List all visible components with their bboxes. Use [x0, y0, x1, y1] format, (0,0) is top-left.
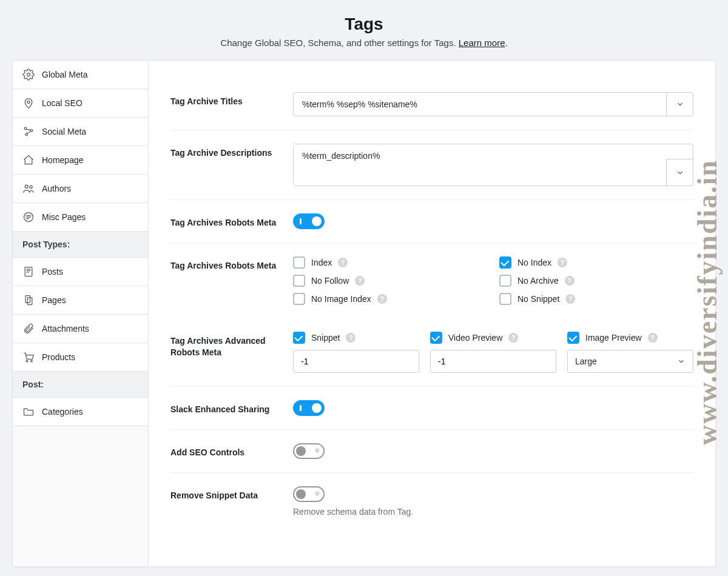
- folder-icon: [22, 406, 35, 418]
- robots-meta-options: Index? No Index? No Follow? No Archive? …: [293, 256, 693, 305]
- sidebar-item-attachments[interactable]: Attachments: [13, 315, 148, 343]
- checkbox-no-archive[interactable]: No Archive?: [499, 275, 693, 287]
- archive-titles-variables-button[interactable]: [666, 93, 693, 116]
- archive-desc-variables-button[interactable]: [666, 159, 693, 186]
- page-subtitle: Change Global SEO, Schema, and other set…: [0, 38, 728, 48]
- users-icon: [22, 183, 35, 195]
- home-icon: [22, 154, 35, 166]
- checkbox-image-preview[interactable]: Image Preview?: [567, 332, 693, 344]
- help-icon[interactable]: ?: [558, 258, 567, 267]
- adv-col-video: Video Preview?: [430, 332, 556, 373]
- label-slack-sharing: Slack Enhanced Sharing: [170, 400, 293, 415]
- checkbox-icon: [499, 256, 511, 269]
- field-robots-meta: Tag Archives Robots Meta Index? No Index…: [170, 243, 693, 318]
- checkbox-icon: [293, 256, 305, 269]
- archive-descriptions-input[interactable]: [294, 144, 666, 186]
- sidebar-item-categories[interactable]: Categories: [13, 398, 148, 426]
- checkbox-no-image-index[interactable]: No Image Index?: [293, 293, 487, 305]
- checkbox-icon: [293, 275, 305, 287]
- svg-point-12: [31, 360, 33, 362]
- video-preview-value-input[interactable]: [430, 350, 556, 373]
- svg-point-2: [24, 127, 27, 130]
- sidebar-item-label: Local SEO: [42, 98, 83, 108]
- label-archive-titles: Tag Archive Titles: [170, 92, 293, 107]
- learn-more-link[interactable]: Learn more: [459, 38, 505, 48]
- share-icon: [22, 126, 35, 138]
- checkbox-video-preview[interactable]: Video Preview?: [430, 332, 556, 344]
- sidebar-item-misc-pages[interactable]: Misc Pages: [13, 203, 148, 232]
- toggle-robots-meta[interactable]: [293, 213, 325, 229]
- checkbox-snippet[interactable]: Snippet?: [293, 332, 419, 344]
- help-icon[interactable]: ?: [565, 276, 575, 286]
- svg-point-1: [27, 101, 30, 103]
- toggle-seo-controls[interactable]: [293, 443, 325, 459]
- sidebar-item-posts[interactable]: Posts: [13, 258, 148, 286]
- svg-point-4: [25, 133, 28, 136]
- toggle-slack-sharing[interactable]: [293, 400, 325, 416]
- sidebar-item-label: Global Meta: [42, 70, 87, 79]
- gear-icon: [22, 69, 35, 81]
- field-robots-toggle: Tag Archives Robots Meta: [170, 200, 693, 243]
- label-advanced-robots: Tag Archives Advanced Robots Meta: [170, 332, 293, 358]
- sidebar-item-label: Attachments: [42, 324, 89, 333]
- help-icon[interactable]: ?: [338, 258, 348, 267]
- help-icon[interactable]: ?: [346, 333, 356, 343]
- checkbox-no-snippet[interactable]: No Snippet?: [499, 293, 693, 305]
- lines-icon: [22, 211, 35, 223]
- checkbox-no-follow[interactable]: No Follow?: [293, 275, 487, 287]
- post-icon: [22, 266, 35, 278]
- checkbox-index[interactable]: Index?: [293, 256, 487, 269]
- page-title: Tags: [0, 15, 728, 34]
- sidebar-item-global-meta[interactable]: Global Meta: [13, 61, 148, 89]
- svg-point-0: [27, 73, 30, 76]
- label-robots-toggle: Tag Archives Robots Meta: [170, 213, 293, 229]
- toggle-remove-snippet[interactable]: [293, 486, 325, 502]
- checkbox-icon: [567, 332, 579, 344]
- sidebar-item-label: Misc Pages: [42, 212, 86, 222]
- snippet-value-input[interactable]: [293, 350, 419, 373]
- help-icon[interactable]: ?: [648, 333, 658, 343]
- label-seo-controls: Add SEO Controls: [170, 443, 293, 458]
- label-remove-snippet: Remove Snippet Data: [170, 486, 293, 501]
- cart-icon: [22, 351, 35, 363]
- svg-point-11: [26, 360, 28, 362]
- input-archive-titles[interactable]: [293, 92, 693, 116]
- chevron-down-icon: [676, 169, 684, 177]
- help-icon[interactable]: ?: [565, 294, 575, 304]
- label-robots-meta: Tag Archives Robots Meta: [170, 256, 293, 272]
- sidebar-item-social-meta[interactable]: Social Meta: [13, 118, 148, 146]
- sidebar-item-products[interactable]: Products: [13, 343, 148, 372]
- chevron-down-icon: [676, 100, 684, 109]
- content-panel: Tag Archive Titles Tag Archive Descripti…: [149, 61, 715, 566]
- svg-rect-8: [25, 267, 32, 276]
- sidebar-item-homepage[interactable]: Homepage: [13, 146, 148, 175]
- checkbox-icon: [430, 332, 442, 344]
- sidebar-item-label: Products: [42, 352, 75, 362]
- field-advanced-robots: Tag Archives Advanced Robots Meta Snippe…: [170, 318, 693, 387]
- clip-icon: [22, 323, 35, 335]
- label-archive-descriptions: Tag Archive Descriptions: [170, 144, 293, 159]
- sidebar-item-pages[interactable]: Pages: [13, 286, 148, 315]
- help-icon[interactable]: ?: [355, 276, 365, 286]
- sidebar-item-label: Pages: [42, 295, 66, 305]
- page-header: Tags Change Global SEO, Schema, and othe…: [0, 0, 728, 60]
- help-icon[interactable]: ?: [377, 294, 387, 304]
- field-archive-descriptions: Tag Archive Descriptions: [170, 130, 693, 200]
- remove-snippet-help: Remove schema data from Tag.: [293, 507, 693, 517]
- chevron-down-icon: [677, 357, 686, 366]
- checkbox-icon: [293, 332, 305, 344]
- sidebar-item-label: Authors: [42, 184, 71, 193]
- sidebar-item-local-seo[interactable]: Local SEO: [13, 89, 148, 118]
- checkbox-no-index[interactable]: No Index?: [499, 256, 693, 269]
- sidebar: Global Meta Local SEO Social Meta Homepa…: [13, 61, 149, 566]
- svg-point-5: [25, 185, 28, 188]
- field-slack-sharing: Slack Enhanced Sharing: [170, 387, 693, 430]
- sidebar-item-authors[interactable]: Authors: [13, 175, 148, 203]
- help-icon[interactable]: ?: [508, 333, 518, 343]
- svg-point-6: [30, 186, 32, 188]
- field-remove-snippet: Remove Snippet Data Remove schema data f…: [170, 473, 693, 530]
- image-preview-select[interactable]: Large: [567, 350, 693, 373]
- sidebar-item-label: Posts: [42, 267, 63, 276]
- archive-titles-input[interactable]: [294, 93, 666, 116]
- textarea-archive-descriptions[interactable]: [293, 144, 693, 186]
